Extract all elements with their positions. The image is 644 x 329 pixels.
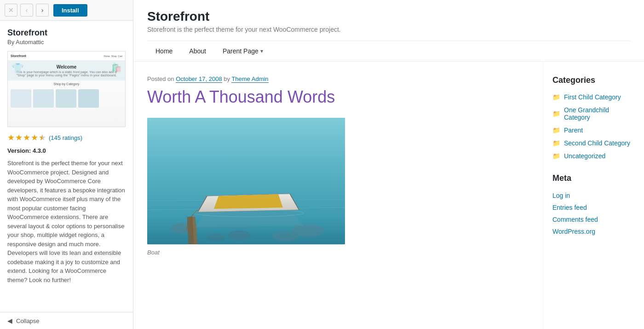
nav-about[interactable]: About <box>181 41 214 61</box>
back-button[interactable]: ‹ <box>20 4 33 17</box>
star-2: ★ <box>15 133 23 143</box>
theme-preview: Storefront Home Shop Cart Welcome This i… <box>7 51 126 127</box>
meta-list: Log in Entries feed Comments feed WordPr… <box>552 191 635 236</box>
category-first-child[interactable]: First Child Category <box>564 93 621 101</box>
folder-icon: 📁 <box>552 139 560 147</box>
star-4: ★ <box>31 133 38 143</box>
list-item: Log in <box>552 191 635 200</box>
meta-title: Meta <box>552 173 635 183</box>
collapse-icon: ◀ <box>7 317 12 324</box>
nav-home[interactable]: Home <box>147 41 181 61</box>
panel-content: Storefront By Automattic Storefront Home… <box>0 21 133 312</box>
main-area: Posted on October 17, 2008 by Theme Admi… <box>133 62 644 329</box>
collapse-label: Collapse <box>16 317 40 324</box>
svg-point-4 <box>207 234 225 241</box>
svg-point-5 <box>272 231 298 242</box>
folder-icon: 📁 <box>552 110 560 117</box>
category-one-grandchild[interactable]: One Grandchild Category <box>564 106 635 121</box>
list-item: WordPress.org <box>552 227 635 236</box>
list-item: Entries feed <box>552 203 635 212</box>
star-rating: ★ ★ ★ ★ ★ ★ <box>7 133 46 143</box>
list-item: 📁 First Child Category <box>552 93 635 101</box>
post-meta: Posted on October 17, 2008 by Theme Admi… <box>147 75 529 82</box>
dropdown-icon: ▾ <box>260 48 263 54</box>
top-bar: ✕ ‹ › Install <box>0 0 133 21</box>
site-nav: Home About Parent Page ▾ <box>147 40 630 61</box>
theme-author: By Automattic <box>7 39 126 46</box>
right-panel: Storefront Storefront is the perfect the… <box>133 0 644 329</box>
post-title: Worth A Thousand Words <box>147 87 529 107</box>
category-parent[interactable]: Parent <box>564 127 583 134</box>
category-uncategorized[interactable]: Uncategorized <box>564 152 605 160</box>
rating-section: ★ ★ ★ ★ ★ ★ (145 ratings) <box>7 133 126 143</box>
categories-list: 📁 First Child Category 📁 One Grandchild … <box>552 93 635 160</box>
site-header: Storefront Storefront is the perfect the… <box>133 0 644 62</box>
list-item: 📁 Uncategorized <box>552 152 635 160</box>
meta-log-in[interactable]: Log in <box>552 192 570 199</box>
theme-title: Storefront <box>7 28 126 38</box>
content-area: Posted on October 17, 2008 by Theme Admi… <box>133 62 543 329</box>
star-half: ★ ★ <box>39 133 46 143</box>
post-date-link[interactable]: October 17, 2008 <box>176 75 222 83</box>
star-3: ★ <box>23 133 30 143</box>
list-item: Comments feed <box>552 215 635 224</box>
categories-title: Categories <box>552 75 635 85</box>
list-item: 📁 Second Child Category <box>552 139 635 147</box>
list-item: 📁 One Grandchild Category <box>552 106 635 121</box>
meta-wordpress-org[interactable]: WordPress.org <box>552 228 595 235</box>
list-item: 📁 Parent <box>552 127 635 134</box>
folder-icon: 📁 <box>552 152 560 160</box>
folder-icon: 📁 <box>552 93 560 101</box>
site-tagline: Storefront is the perfect theme for your… <box>147 26 630 33</box>
folder-icon: 📁 <box>552 127 560 134</box>
left-panel: ✕ ‹ › Install Storefront By Automattic S… <box>0 0 133 329</box>
nav-parent-page[interactable]: Parent Page ▾ <box>214 41 271 61</box>
collapse-bar[interactable]: ◀ Collapse <box>0 312 133 329</box>
site-title: Storefront <box>147 9 630 24</box>
close-button[interactable]: ✕ <box>5 4 17 17</box>
description: Storefront is the perfect theme for your… <box>7 159 126 284</box>
post-image <box>147 118 345 244</box>
sidebar: Categories 📁 First Child Category 📁 One … <box>543 62 644 329</box>
install-button[interactable]: Install <box>53 4 87 17</box>
ratings-count[interactable]: (145 ratings) <box>49 134 82 141</box>
meta-entries-feed[interactable]: Entries feed <box>552 204 587 211</box>
svg-point-2 <box>228 231 251 240</box>
star-1: ★ <box>7 133 15 143</box>
boat-caption: Boat <box>147 249 529 256</box>
forward-button[interactable]: › <box>36 4 49 17</box>
category-second-child[interactable]: Second Child Category <box>564 139 630 147</box>
version: Version: 4.3.0 <box>7 147 126 154</box>
meta-comments-feed[interactable]: Comments feed <box>552 216 598 223</box>
post-author-link[interactable]: Theme Admin <box>231 75 268 83</box>
